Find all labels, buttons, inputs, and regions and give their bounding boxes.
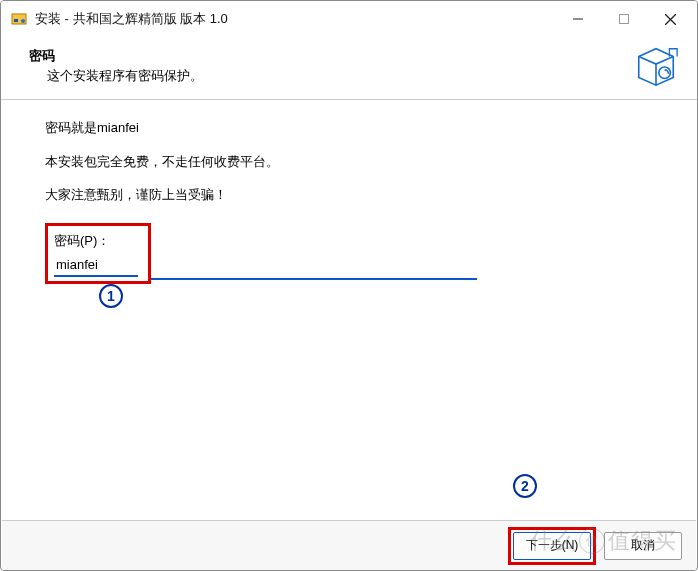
page-subtitle: 这个安装程序有密码保护。 [47, 67, 673, 85]
wizard-content: 密码就是mianfei 本安装包完全免费，不走任何收费平台。 大家注意甄别，谨防… [1, 100, 697, 284]
annotation-badge-2: 2 [513, 474, 537, 498]
next-button[interactable]: 下一步(N) [513, 532, 591, 560]
titlebar: 安装 - 共和国之辉精简版 版本 1.0 [1, 1, 697, 37]
wizard-footer: 下一步(N) 取消 [2, 520, 696, 570]
maximize-button[interactable] [601, 3, 647, 35]
page-title: 密码 [29, 47, 673, 65]
minimize-button[interactable] [555, 3, 601, 35]
installer-icon [11, 11, 27, 27]
password-label: 密码(P)： [54, 232, 138, 250]
window-title: 安装 - 共和国之辉精简版 版本 1.0 [35, 10, 555, 28]
close-button[interactable] [647, 3, 693, 35]
info-line-3: 大家注意甄别，谨防上当受骗！ [45, 185, 657, 205]
wizard-header: 密码 这个安装程序有密码保护。 [1, 37, 697, 100]
svg-rect-1 [14, 19, 18, 22]
annotation-badge-1: 1 [99, 284, 123, 308]
cancel-button[interactable]: 取消 [604, 532, 682, 560]
svg-rect-4 [620, 15, 629, 24]
password-underline [151, 278, 477, 280]
window-controls [555, 3, 693, 35]
info-line-1: 密码就是mianfei [45, 118, 657, 138]
info-line-2: 本安装包完全免费，不走任何收费平台。 [45, 152, 657, 172]
password-highlight-box: 密码(P)： [45, 223, 151, 284]
package-icon [633, 43, 679, 89]
svg-point-2 [21, 19, 25, 23]
password-input[interactable] [54, 254, 138, 277]
next-highlight-box: 下一步(N) [508, 527, 596, 565]
